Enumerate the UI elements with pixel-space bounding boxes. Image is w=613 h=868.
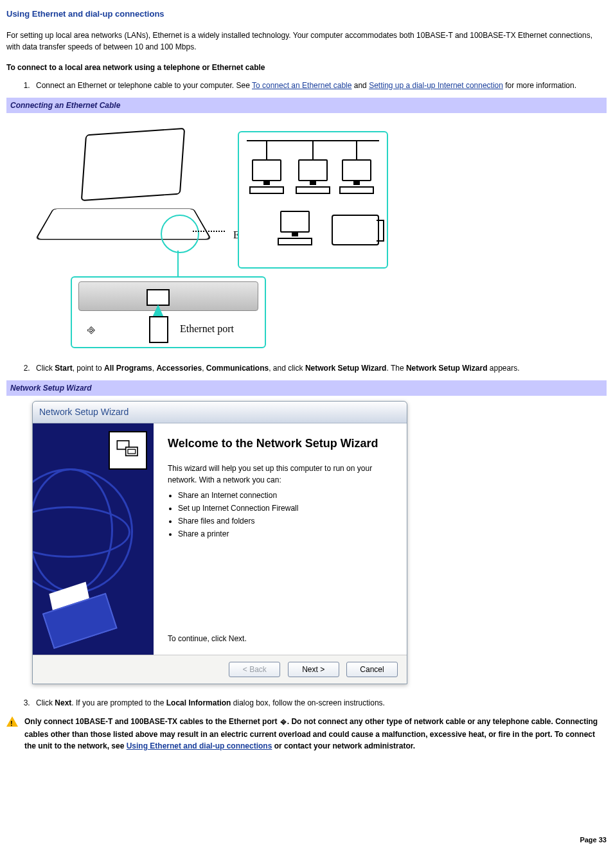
warning-block: Only connect 10BASE-T and 100BASE-TX cab… (6, 715, 607, 752)
network-setup-wizard-dialog: Network Setup Wizard Welcome to the Netw… (32, 401, 407, 684)
kw-next: Next (55, 698, 71, 707)
intro-paragraph: For setting up local area networks (LANs… (6, 30, 607, 53)
link-connect-ethernet-cable[interactable]: To connect an Ethernet cable (252, 81, 351, 90)
wizard-button-row: < Back Next > Cancel (33, 655, 407, 684)
step-2: Click Start, point to All Programs, Acce… (32, 362, 607, 374)
figure-caption-wizard: Network Setup Wizard (6, 380, 607, 396)
wizard-bullet: Share a printer (178, 528, 393, 540)
link-setting-up-dialup[interactable]: Setting up a dial-up Internet connection (369, 81, 503, 90)
kw-local-information: Local Information (166, 698, 231, 707)
figure-ethernet-diagram: Ethernet cable ⎆ Ethernet port (32, 118, 607, 350)
wizard-heading: Welcome to the Network Setup Wizard (168, 435, 393, 452)
step1-text-pre: Connect an Ethernet or telephone cable t… (36, 81, 252, 90)
wizard-bullet: Set up Internet Connection Firewall (178, 502, 393, 514)
section-title: Using Ethernet and dial-up connections (6, 8, 607, 21)
figure-caption-ethernet: Connecting an Ethernet Cable (6, 98, 607, 113)
ethernet-port-highlight-icon (161, 215, 199, 253)
warning-triangle-icon (6, 716, 18, 727)
step-3: Click Next. If you are prompted to the L… (32, 697, 607, 709)
wizard-bullet: Share an Internet connection (178, 490, 393, 501)
step-1: Connect an Ethernet or telephone cable t… (32, 80, 607, 91)
warning-text-post: or contact your network administrator. (272, 741, 415, 750)
link-using-ethernet-dialup[interactable]: Using Ethernet and dial-up connections (127, 741, 272, 750)
network-devices-illustration (238, 131, 388, 269)
network-port-glyph-icon: ⎆ (280, 715, 287, 729)
wizard-side-graphic (33, 423, 154, 655)
back-button: < Back (229, 662, 280, 677)
printer-icon (332, 215, 379, 245)
kw-accessories: Accessories (156, 364, 202, 373)
ethernet-port-detail: ⎆ Ethernet port (71, 276, 266, 348)
warning-text-pre: Only connect 10BASE-T and 100BASE-TX cab… (24, 716, 280, 725)
globe-icon (33, 468, 133, 594)
kw-network-setup-wizard-2: Network Setup Wizard (406, 364, 488, 373)
computers-icon (109, 431, 147, 470)
kw-start: Start (55, 364, 72, 373)
wizard-titlebar: Network Setup Wizard (33, 402, 407, 423)
network-port-glyph-icon: ⎆ (87, 320, 95, 339)
kw-all-programs: All Programs (104, 364, 152, 373)
procedure-heading: To connect to a local area network using… (6, 62, 607, 73)
kw-communications: Communications (206, 364, 269, 373)
next-button[interactable]: Next > (288, 662, 339, 677)
wizard-continue-text: To continue, click Next. (168, 633, 247, 644)
cancel-button[interactable]: Cancel (346, 662, 398, 677)
wizard-description: This wizard will help you set up this co… (168, 463, 393, 486)
wizard-bullet: Share files and folders (178, 515, 393, 527)
kw-network-setup-wizard: Network Setup Wizard (305, 364, 387, 373)
ethernet-port-label: Ethernet port (180, 321, 234, 337)
step1-text-mid: and (351, 81, 369, 90)
wizard-bullet-list: Share an Internet connection Set up Inte… (178, 490, 393, 540)
step1-text-post: for more information. (503, 81, 576, 90)
